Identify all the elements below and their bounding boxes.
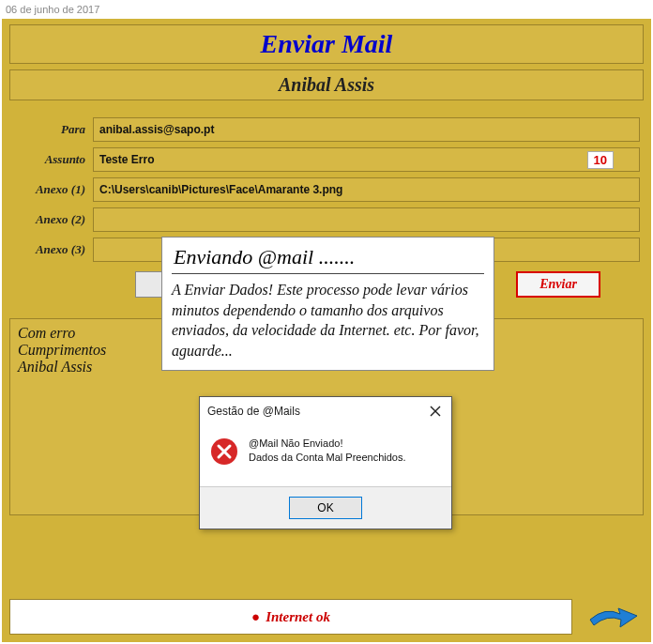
anexo3-label: Anexo (3) bbox=[13, 242, 93, 257]
row-anexo1: Anexo (1) bbox=[13, 177, 640, 202]
msgbox-ok-button[interactable]: OK bbox=[289, 497, 362, 519]
date-label: 06 de junho de 2017 bbox=[0, 0, 653, 19]
subtitle-bar: Anibal Assis bbox=[9, 69, 644, 100]
anexo2-label: Anexo (2) bbox=[13, 212, 93, 227]
status-dot-icon: ● bbox=[251, 609, 260, 625]
error-icon bbox=[209, 437, 239, 469]
next-arrow-button[interactable] bbox=[584, 599, 644, 635]
msgbox-titlebar: Gestão de @Mails bbox=[200, 397, 451, 425]
msgbox-footer: OK bbox=[200, 486, 451, 529]
status-row: ● Internet ok bbox=[9, 599, 644, 635]
sending-body: A Enviar Dados! Este processo pode levar… bbox=[172, 273, 484, 360]
msgbox-line1: @Mail Não Enviado! bbox=[249, 437, 406, 451]
para-label: Para bbox=[13, 122, 93, 137]
row-para: Para bbox=[13, 117, 640, 142]
assunto-label: Assunto bbox=[13, 152, 93, 167]
assunto-input[interactable] bbox=[93, 147, 640, 172]
msgbox-content: @Mail Não Enviado! Dados da Conta Mal Pr… bbox=[200, 425, 451, 486]
arrow-right-icon bbox=[586, 601, 641, 633]
msgbox-text: @Mail Não Enviado! Dados da Conta Mal Pr… bbox=[249, 437, 406, 466]
msgbox-close-button[interactable] bbox=[427, 403, 444, 420]
error-msgbox: Gestão de @Mails @Mail Não Enviado! Dado… bbox=[199, 396, 452, 529]
status-bar: ● Internet ok bbox=[9, 599, 572, 635]
msgbox-line2: Dados da Conta Mal Preenchidos. bbox=[249, 451, 406, 465]
para-input[interactable] bbox=[93, 117, 640, 142]
sending-dialog: Enviando @mail ....... A Enviar Dados! E… bbox=[161, 237, 494, 371]
anexo1-input[interactable] bbox=[93, 177, 640, 202]
anexo2-input[interactable] bbox=[93, 207, 640, 232]
msgbox-title: Gestão de @Mails bbox=[207, 405, 300, 418]
status-text: Internet ok bbox=[266, 609, 330, 625]
sending-title: Enviando @mail ....... bbox=[172, 241, 484, 273]
page-subtitle: Anibal Assis bbox=[10, 74, 643, 96]
anexo1-label: Anexo (1) bbox=[13, 182, 93, 197]
row-assunto: Assunto 10 bbox=[13, 147, 640, 172]
title-bar: Enviar Mail bbox=[9, 24, 644, 64]
close-icon bbox=[430, 406, 441, 417]
page-title: Enviar Mail bbox=[10, 29, 643, 59]
enviar-button[interactable]: Enviar bbox=[516, 271, 600, 298]
assunto-counter: 10 bbox=[587, 151, 614, 169]
row-anexo2: Anexo (2) bbox=[13, 207, 640, 232]
